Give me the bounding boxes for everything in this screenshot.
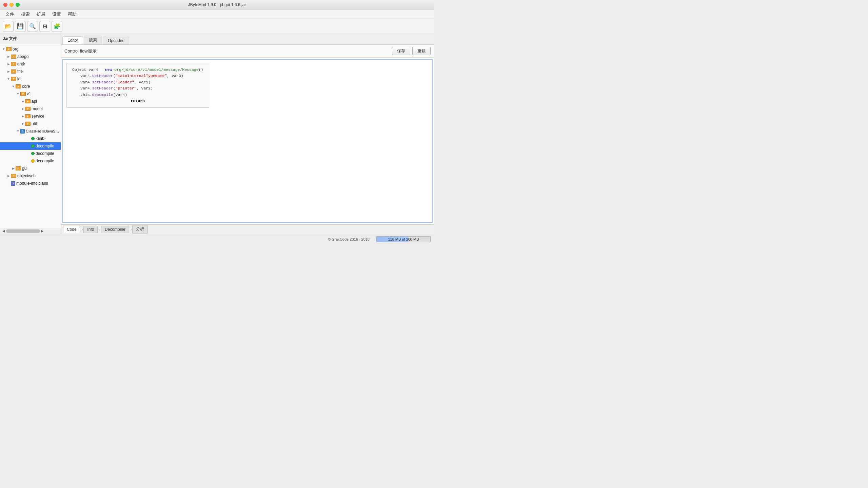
tree-node-org[interactable]: ▼ P org (0, 45, 61, 53)
toggle-org[interactable]: ▼ (1, 47, 6, 51)
toggle-antlr[interactable]: ▶ (6, 62, 11, 66)
menu-settings[interactable]: 设置 (50, 10, 64, 18)
label-objectweb: objectweb (17, 174, 36, 178)
class-icon-module-info: J (11, 181, 15, 186)
tree-node-classfile[interactable]: ▼ J ClassFileToJavaSourceDe (0, 127, 61, 135)
save-header-button[interactable]: 保存 (392, 47, 410, 55)
tree-node-init[interactable]: <init> (0, 135, 61, 142)
editor-content: Object var4 = new org/jd/core/v1/model/m… (62, 59, 433, 223)
tab-editor[interactable]: Editor (62, 36, 83, 44)
label-org: org (13, 47, 18, 52)
code-box: Object var4 = new org/jd/core/v1/model/m… (66, 63, 209, 108)
grid-button[interactable]: ⊞ (39, 21, 50, 32)
bottom-tab-code[interactable]: Code (63, 226, 80, 233)
toggle-objectweb[interactable]: ▶ (6, 174, 11, 178)
label-antlr: antlr (17, 62, 25, 66)
tree-node-module-info[interactable]: J module-info.class (0, 180, 61, 187)
tree-node-decompile2[interactable]: decompile (0, 150, 61, 157)
toggle-util[interactable]: ▶ (20, 122, 25, 125)
save-button[interactable]: 💾 (15, 21, 26, 32)
toggle-abego[interactable]: ▶ (6, 55, 11, 58)
menubar: 文件 搜索 扩展 设置 帮助 (0, 9, 434, 19)
method-dot-decompile1 (31, 144, 35, 148)
tree-node-service[interactable]: ▶ P service (0, 113, 61, 120)
open-folder-button[interactable]: 📂 (3, 21, 14, 32)
code-line6: return (72, 98, 203, 104)
label-jd: jd (17, 77, 20, 81)
reload-header-button[interactable]: 重载 (412, 47, 431, 55)
bottom-tab-analyze[interactable]: 分析 (132, 225, 148, 233)
maximize-button[interactable] (16, 3, 20, 7)
editor-header: Control flow显示 保存 重载 (61, 45, 434, 58)
label-decompile3: decompile (36, 159, 54, 163)
toolbar: 📂 💾 🔍 ⊞ 🧩 (0, 19, 434, 34)
scroll-right-arrow[interactable]: ▶ (40, 229, 45, 233)
toggle-model[interactable]: ▶ (20, 107, 25, 110)
label-util: util (32, 121, 37, 126)
tree-node-core[interactable]: ▼ P core (0, 83, 61, 90)
tree-node-fife[interactable]: ▶ P fife (0, 68, 61, 75)
label-abego: abego (17, 54, 28, 59)
label-init: <init> (36, 136, 45, 141)
toggle-v1[interactable]: ▼ (16, 92, 20, 96)
search-button[interactable]: 🔍 (27, 21, 38, 32)
memory-label: 118 MB of 200 MB (377, 237, 430, 242)
close-button[interactable] (3, 3, 7, 7)
puzzle-icon: 🧩 (54, 23, 60, 29)
tree-node-decompile3[interactable]: decompile (0, 157, 61, 165)
main-area: Jar文件 ▼ P org ▶ P abego ▶ P antlr (0, 34, 434, 234)
bottom-tab-decompiler[interactable]: Decompiler (101, 226, 129, 233)
label-v1: v1 (27, 92, 31, 96)
pkg-icon-gui: P (16, 166, 21, 170)
scroll-left-arrow[interactable]: ◀ (1, 229, 6, 233)
sidebar-scrollbar[interactable]: ◀ ▶ (0, 228, 61, 234)
tree-node-model[interactable]: ▶ P model (0, 105, 61, 113)
window-title: JByteMod 1.9.0 - jd-gui-1.6.6.jar (188, 2, 246, 7)
bottom-tab-info[interactable]: Info (83, 226, 98, 233)
tree-node-decompile1[interactable]: decompile (0, 142, 61, 150)
toggle-core[interactable]: ▼ (11, 85, 16, 88)
open-folder-icon: 📂 (5, 23, 12, 29)
pkg-icon-objectweb: P (11, 174, 16, 178)
tree-node-util[interactable]: ▶ P util (0, 120, 61, 127)
file-tree: ▼ P org ▶ P abego ▶ P antlr ▶ (0, 44, 61, 228)
tree-node-gui[interactable]: ▶ P gui (0, 165, 61, 172)
pkg-icon-util: P (25, 122, 31, 126)
tree-node-abego[interactable]: ▶ P abego (0, 53, 61, 60)
pkg-icon-abego: P (11, 55, 16, 59)
titlebar-buttons (3, 3, 20, 7)
tree-node-api[interactable]: ▶ P api (0, 98, 61, 105)
pkg-icon-service: P (25, 114, 31, 118)
tree-node-v1[interactable]: ▼ P v1 (0, 90, 61, 98)
tree-node-jd[interactable]: ▼ P jd (0, 75, 61, 83)
code-line1: Object var4 = new org/jd/core/v1/model/m… (72, 67, 203, 73)
toggle-gui[interactable]: ▶ (11, 167, 16, 170)
pkg-icon-api: P (25, 99, 31, 103)
menu-search[interactable]: 搜索 (18, 10, 33, 18)
tab-opcodes[interactable]: Opcodes (103, 37, 129, 44)
toggle-service[interactable]: ▶ (20, 115, 25, 118)
plugin-button[interactable]: 🧩 (52, 21, 62, 32)
toggle-jd[interactable]: ▼ (6, 77, 11, 81)
tree-node-antlr[interactable]: ▶ P antlr (0, 60, 61, 68)
tree-node-objectweb[interactable]: ▶ P objectweb (0, 172, 61, 180)
method-dot-init (31, 137, 35, 140)
pkg-icon-jd: P (11, 77, 16, 81)
memory-bar[interactable]: 118 MB of 200 MB (376, 236, 431, 242)
grid-icon: ⊞ (43, 23, 47, 29)
method-dot-decompile2 (31, 152, 35, 155)
menu-help[interactable]: 帮助 (65, 10, 79, 18)
scroll-thumb[interactable] (6, 229, 40, 233)
code-line2: var4.setHeader("mainInternalTypeName", v… (72, 73, 203, 79)
pkg-icon-v1: P (20, 92, 26, 96)
menu-file[interactable]: 文件 (3, 10, 17, 18)
toggle-classfile[interactable]: ▼ (16, 129, 20, 133)
label-fife: fife (17, 69, 23, 74)
toggle-api[interactable]: ▶ (20, 100, 25, 103)
tab-search[interactable]: 搜索 (84, 36, 102, 44)
minimize-button[interactable] (9, 3, 14, 7)
toggle-fife[interactable]: ▶ (6, 70, 11, 73)
menu-extend[interactable]: 扩展 (34, 10, 48, 18)
titlebar: JByteMod 1.9.0 - jd-gui-1.6.6.jar (0, 0, 434, 9)
breadcrumb-sep-1: › (82, 227, 83, 231)
